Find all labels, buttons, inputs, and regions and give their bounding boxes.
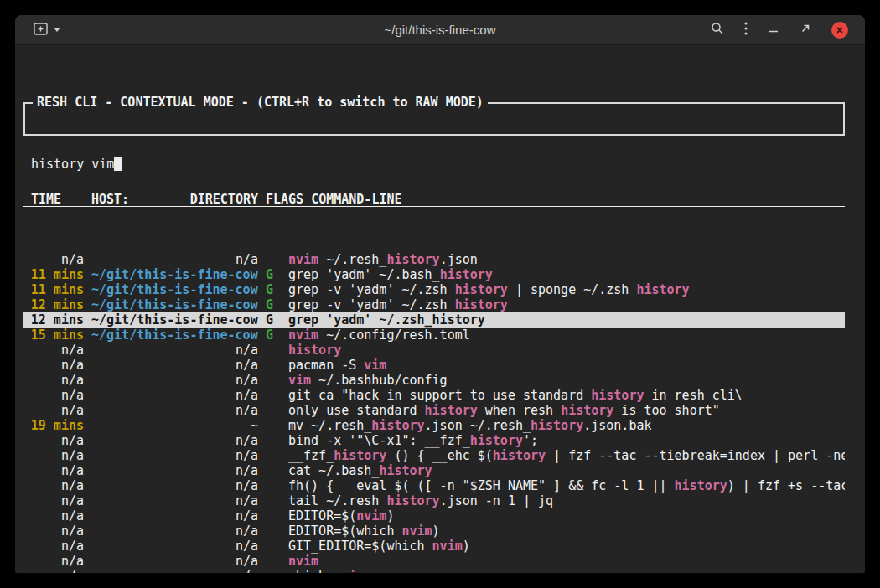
row-directory: n/a <box>91 569 258 573</box>
history-row[interactable]: 15 mins ~/git/this-is-fine-cow G nvim ~/… <box>23 328 845 343</box>
row-flags: G <box>266 267 281 282</box>
row-time: 19 mins <box>23 418 84 433</box>
history-list: n/a n/a nvim ~/.resh_history.json 11 min… <box>23 252 845 573</box>
row-directory: n/a <box>91 388 258 403</box>
row-flags <box>266 493 281 508</box>
titlebar: ~/git/this-is-fine-cow <box>15 15 865 45</box>
row-flags <box>266 403 281 418</box>
row-time: n/a <box>23 373 84 388</box>
history-row[interactable]: n/a n/a GIT_EDITOR=$(which nvim) <box>23 539 845 554</box>
terminal-window: ~/git/this-is-fine-cow <box>15 15 865 573</box>
row-directory: n/a <box>91 433 258 448</box>
row-time: n/a <box>23 478 84 493</box>
row-directory: ~ <box>91 418 258 433</box>
row-time: n/a <box>23 448 84 463</box>
row-directory: ~/git/this-is-fine-cow <box>91 312 258 328</box>
row-command: GIT_EDITOR=$(which nvim) <box>288 539 845 554</box>
new-tab-button[interactable] <box>34 23 48 38</box>
row-directory: n/a <box>91 463 258 478</box>
row-flags <box>266 569 281 573</box>
history-row[interactable]: 19 mins ~ mv ~/.resh_history.json ~/.res… <box>23 418 845 433</box>
row-command: grep 'yadm' ~/.bash_history <box>288 267 845 282</box>
close-button[interactable] <box>831 22 848 39</box>
row-flags <box>266 343 281 358</box>
row-directory: ~/git/this-is-fine-cow <box>91 267 258 282</box>
search-icon <box>711 22 724 38</box>
row-time: n/a <box>23 554 84 569</box>
history-row[interactable]: n/a n/a nvim ~/.resh_history.json <box>23 252 845 267</box>
row-directory: n/a <box>91 448 258 463</box>
row-time: n/a <box>23 388 84 403</box>
row-directory: n/a <box>91 508 258 524</box>
new-tab-dropdown-button[interactable] <box>54 28 60 32</box>
history-row[interactable]: n/a n/a EDITOR=$(nvim) <box>23 508 845 524</box>
row-time: 11 mins <box>23 267 84 282</box>
row-command: tail ~/.resh_history.json -n 1 | jq <box>288 493 845 508</box>
history-row[interactable]: n/a n/a cat ~/.bash_history <box>23 463 845 478</box>
row-flags: G <box>266 282 281 297</box>
history-row[interactable]: n/a n/a pacman -S vim <box>23 358 845 373</box>
row-flags <box>266 373 281 388</box>
history-row[interactable]: 12 mins ~/git/this-is-fine-cow G grep 'y… <box>23 312 845 328</box>
row-command: __fzf_history () { __ehc $(history | fzf… <box>288 448 845 463</box>
minimize-icon <box>768 23 779 37</box>
search-input[interactable]: history vim <box>31 157 837 172</box>
row-flags: G <box>266 312 281 328</box>
history-row[interactable]: n/a n/a git ca "hack in support to use s… <box>23 388 845 403</box>
row-command: which nvim <box>288 569 845 573</box>
history-row[interactable]: n/a n/a __fzf_history () { __ehc $(histo… <box>23 448 845 463</box>
history-row[interactable]: n/a n/a tail ~/.resh_history.json -n 1 |… <box>23 493 845 508</box>
row-time: n/a <box>23 252 84 267</box>
row-command: git ca "hack in support to use standard … <box>288 388 845 403</box>
history-row[interactable]: n/a n/a history <box>23 343 845 358</box>
row-time: n/a <box>23 569 84 573</box>
row-flags <box>266 358 281 373</box>
row-directory: ~/git/this-is-fine-cow <box>91 282 258 297</box>
search-button[interactable] <box>711 22 724 38</box>
restore-button[interactable] <box>800 23 811 37</box>
history-row[interactable]: 11 mins ~/git/this-is-fine-cow G grep 'y… <box>23 267 845 282</box>
row-directory: n/a <box>91 343 258 358</box>
row-command: fh() { eval $( ([ -n "$ZSH_NAME" ] && fc… <box>288 478 845 493</box>
history-row[interactable]: 11 mins ~/git/this-is-fine-cow G grep -v… <box>23 282 845 297</box>
row-time: 12 mins <box>23 312 84 328</box>
history-row[interactable]: 12 mins ~/git/this-is-fine-cow G grep -v… <box>23 297 845 312</box>
search-box-title: RESH CLI - CONTEXTUAL MODE - (CTRL+R to … <box>33 95 488 110</box>
row-time: n/a <box>23 343 84 358</box>
menu-button[interactable] <box>744 22 748 38</box>
row-directory: n/a <box>91 252 258 267</box>
row-command: mv ~/.resh_history.json ~/.resh_history.… <box>288 418 845 433</box>
row-flags: G <box>266 328 281 343</box>
row-command: EDITOR=$(nvim) <box>288 508 845 524</box>
row-directory: n/a <box>91 524 258 539</box>
close-icon <box>836 22 844 38</box>
row-directory: n/a <box>91 539 258 554</box>
row-command: vim ~/.bashhub/config <box>288 373 845 388</box>
history-row[interactable]: n/a n/a which nvim <box>23 569 845 573</box>
history-row[interactable]: n/a n/a fh() { eval $( ([ -n "$ZSH_NAME"… <box>23 478 845 493</box>
row-flags <box>266 508 281 524</box>
row-time: n/a <box>23 508 84 524</box>
row-directory: n/a <box>91 493 258 508</box>
history-row[interactable]: n/a n/a only use standard history when r… <box>23 403 845 418</box>
row-directory: n/a <box>91 373 258 388</box>
row-flags <box>266 539 281 554</box>
row-time: n/a <box>23 524 84 539</box>
text-cursor <box>114 157 122 171</box>
row-flags <box>266 252 281 267</box>
chevron-down-icon <box>54 28 60 32</box>
history-row[interactable]: n/a n/a vim ~/.bashhub/config <box>23 373 845 388</box>
kebab-menu-icon <box>744 22 748 38</box>
row-flags <box>266 554 281 569</box>
row-command: nvim ~/.resh_history.json <box>288 252 845 267</box>
row-time: n/a <box>23 403 84 418</box>
row-flags <box>266 478 281 493</box>
history-row[interactable]: n/a n/a nvim <box>23 554 845 569</box>
history-row[interactable]: n/a n/a EDITOR=$(which nvim) <box>23 524 845 539</box>
history-row[interactable]: n/a n/a bind -x '"\C-x1": __fzf_history'… <box>23 433 845 448</box>
row-flags <box>266 448 281 463</box>
search-query-text: history vim <box>31 157 114 172</box>
search-query-box[interactable]: RESH CLI - CONTEXTUAL MODE - (CTRL+R to … <box>23 102 845 136</box>
row-flags <box>266 463 281 478</box>
minimize-button[interactable] <box>768 23 779 37</box>
